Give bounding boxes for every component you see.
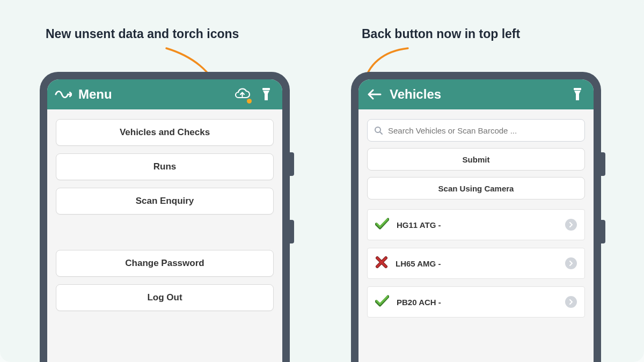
search-input[interactable]: [388, 126, 578, 135]
appbar-menu: Menu: [47, 79, 282, 109]
appbar-title: Menu: [78, 87, 228, 102]
scan-camera-button[interactable]: Scan Using Camera: [367, 177, 585, 200]
back-button[interactable]: [366, 86, 383, 103]
annotation-right: Back button now in top left: [362, 27, 520, 41]
chevron-right-icon: [565, 257, 577, 269]
svg-line-3: [380, 132, 382, 134]
phone-vehicles: Vehicles Submit Scan Using: [351, 72, 601, 362]
menu-scan-enquiry-button[interactable]: Scan Enquiry: [56, 188, 274, 215]
vehicle-label: PB20 ACH -: [397, 298, 558, 307]
appbar-title: Vehicles: [390, 87, 562, 102]
app-logo-icon: [55, 86, 72, 103]
phone-menu: Menu Vehicles and Checks Ru: [40, 72, 290, 362]
appbar-vehicles: Vehicles: [358, 79, 594, 109]
menu-change-password-button[interactable]: Change Password: [56, 250, 274, 277]
annotation-left: New unsent data and torch icons: [46, 27, 239, 41]
menu-logout-button[interactable]: Log Out: [56, 284, 274, 311]
status-fail-icon: [375, 256, 388, 271]
vehicle-list: HG11 ATG - LH65 AMG -: [367, 209, 585, 317]
vehicle-row[interactable]: LH65 AMG -: [367, 248, 585, 279]
unsent-data-icon[interactable]: [234, 86, 251, 103]
svg-rect-1: [574, 88, 581, 90]
side-button: [290, 152, 294, 176]
torch-icon[interactable]: [258, 86, 275, 103]
svg-rect-0: [262, 88, 270, 90]
side-button: [290, 220, 294, 243]
vehicle-row[interactable]: PB20 ACH -: [367, 286, 585, 317]
vehicle-label: HG11 ATG -: [397, 220, 558, 230]
chevron-right-icon: [565, 219, 577, 231]
torch-icon[interactable]: [569, 86, 586, 103]
status-ok-icon: [375, 218, 389, 232]
search-row[interactable]: [367, 119, 585, 142]
chevron-right-icon: [565, 296, 577, 308]
vehicle-row[interactable]: HG11 ATG -: [367, 209, 585, 240]
status-ok-icon: [375, 295, 389, 309]
side-button: [601, 220, 605, 243]
search-icon: [374, 126, 383, 135]
menu-vehicles-button[interactable]: Vehicles and Checks: [56, 119, 274, 146]
submit-button[interactable]: Submit: [367, 148, 585, 171]
side-button: [601, 152, 605, 176]
menu-runs-button[interactable]: Runs: [56, 153, 274, 180]
unsent-badge: [247, 99, 252, 104]
vehicle-label: LH65 AMG -: [396, 259, 558, 268]
